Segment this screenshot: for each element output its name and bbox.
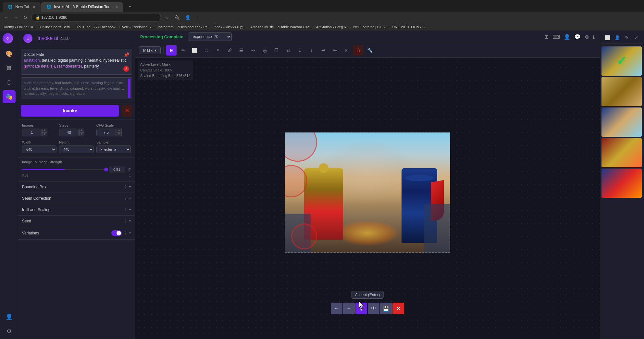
toolbar-btn-crosshair[interactable]: ⊹ [248, 45, 258, 56]
bookmark-star[interactable]: ☆ [164, 14, 170, 21]
strength-slider-track[interactable] [22, 169, 106, 170]
thumbnail-1[interactable]: ✓ [601, 46, 642, 76]
extensions-btn[interactable]: 🔌 [173, 14, 181, 21]
toolbar-btn-copy2[interactable]: ⧉ [283, 45, 293, 56]
bookmark-youtube[interactable]: YouTube [77, 25, 91, 29]
height-select[interactable]: 448512768 [59, 145, 93, 153]
toolbar-btn-list[interactable]: ☰ [236, 45, 247, 56]
tab-invokiai[interactable]: 🌐 InvokeAI - A Stable Diffusion Tor... ✕ [41, 2, 123, 12]
profile-btn[interactable]: 👤 [184, 14, 192, 21]
grid-icon[interactable]: ⊞ [544, 34, 549, 40]
infill-header[interactable]: Infill and Scaling ? ▾ [18, 204, 135, 215]
toolbar-btn-import[interactable]: ↧ [295, 45, 305, 56]
discord-icon[interactable]: 💬 [574, 34, 581, 40]
tab-new-tab[interactable]: + [124, 2, 136, 12]
cfg-down[interactable]: ▼ [117, 132, 122, 136]
pin-button[interactable]: 📌 [124, 52, 129, 58]
variations-help-icon[interactable]: ? [124, 231, 127, 235]
mask-dropdown-btn[interactable]: Mask ▾ [139, 46, 161, 54]
toolbar-btn-copy1[interactable]: ❐ [271, 45, 282, 56]
info-icon[interactable]: ℹ [593, 34, 595, 40]
steps-down[interactable]: ▼ [79, 132, 84, 136]
sampler-select[interactable]: k_euler_ak_eulerk_dpm_2k_lms [96, 145, 131, 153]
menu-btn[interactable]: ⋮ [194, 14, 202, 21]
negative-prompt-box[interactable]: nude bad anatomy, bad hands, text, error… [21, 77, 132, 99]
strength-input[interactable] [109, 167, 125, 172]
thumbnail-2[interactable] [601, 77, 642, 106]
sidebar-item-profiles[interactable]: 👤 [3, 310, 16, 323]
bookmark-sports[interactable]: Online Sports Betti... [40, 25, 73, 29]
seed-help-icon[interactable]: ? [124, 219, 127, 223]
toolbar-btn-close[interactable]: ✕ [213, 45, 223, 56]
seam-help-icon[interactable]: ? [124, 196, 127, 201]
bookmark-artstation[interactable]: ArtStation - Greg R... [316, 25, 350, 29]
bookmark-neil[interactable]: Neil Fontaine | CGS... [353, 25, 388, 29]
person-icon[interactable]: 👤 [564, 34, 570, 40]
seam-correction-header[interactable]: Seam Correction ? ▾ [18, 193, 135, 204]
toolbar-btn-pen[interactable]: 🖊 [225, 45, 235, 56]
seed-header[interactable]: Seed ? ▾ [18, 216, 135, 227]
accept-main-button[interactable]: ⊕ [355, 303, 367, 314]
forward-button[interactable]: → [12, 14, 19, 21]
next-button[interactable]: → [343, 303, 355, 314]
refresh-button[interactable]: ↻ [22, 14, 29, 21]
sidebar-item-nodes[interactable]: ⬡ [3, 76, 16, 89]
back-button[interactable]: ← [3, 14, 10, 21]
positive-prompt-box[interactable]: Doctor Fate artstation, detailed, digita… [21, 49, 132, 75]
steps-input[interactable] [59, 129, 79, 136]
variations-toggle[interactable] [111, 230, 122, 236]
cfg-input[interactable] [96, 129, 116, 136]
tab-close-active-icon[interactable]: ✕ [115, 5, 118, 9]
github-icon[interactable]: ⊛ [585, 34, 589, 40]
right-tool-users[interactable]: 👤 [613, 33, 622, 42]
clear-button[interactable]: ✕ [122, 105, 132, 117]
bookmark-wacom[interactable]: disable Wacom Circ... [278, 25, 312, 29]
close-action-button[interactable]: ✕ [392, 303, 404, 314]
infill-help-icon[interactable]: ? [124, 207, 127, 212]
right-tool-images[interactable]: ⬜ [603, 33, 612, 42]
bookmark-inbox[interactable]: Inbox - klk56831@... [214, 25, 246, 29]
bookmark-amazon[interactable]: Amazon Music [250, 25, 274, 29]
sidebar-item-canvas[interactable]: 🖼 [3, 62, 16, 75]
thumbnail-5[interactable] [601, 169, 642, 198]
invoke-button[interactable]: Invoke [21, 105, 119, 117]
sidebar-item-inpaint[interactable]: 🎭 [3, 90, 16, 103]
bookmark-instagram[interactable]: Instagram [158, 25, 174, 29]
eye-button[interactable]: 👁 [368, 303, 379, 314]
toolbar-btn-settings[interactable]: 🔧 [365, 45, 375, 56]
steps-up[interactable]: ▲ [79, 129, 84, 132]
bookmark-webtoon[interactable]: LINE WEBTOON - G... [392, 25, 428, 29]
images-up[interactable]: ▲ [42, 129, 47, 132]
toolbar-btn-redo[interactable]: ↪ [330, 45, 340, 56]
thumbnail-4[interactable] [601, 138, 642, 167]
thumbnail-3[interactable] [601, 107, 642, 137]
toolbar-btn-undo[interactable]: ↩ [318, 45, 328, 56]
toolbar-btn-mask[interactable]: ⬡ [201, 45, 212, 56]
bounding-box-header[interactable]: Bounding Box ? ▾ [18, 182, 135, 193]
reset-icon[interactable]: ↺ [128, 167, 131, 172]
bookmark-disciple[interactable]: disciplenei777 - Pr... [178, 25, 210, 29]
toolbar-btn-delete[interactable]: 🗑 [353, 45, 364, 56]
save-button[interactable]: 💾 [380, 303, 392, 314]
toolbar-btn-download[interactable]: ↓ [306, 45, 317, 56]
variations-header[interactable]: Variations ? ▾ [18, 227, 135, 239]
right-tool-edit[interactable]: ✎ [622, 33, 631, 42]
toolbar-btn-reset[interactable]: ⊡ [341, 45, 352, 56]
bookmark-facebook[interactable]: (7) Facebook [94, 25, 116, 29]
images-input[interactable] [22, 129, 42, 136]
keyboard-icon[interactable]: ⌨ [552, 34, 560, 40]
sidebar-item-settings[interactable]: ⚙ [3, 325, 16, 338]
prev-button[interactable]: ← [331, 303, 342, 314]
bookmark-fiverr[interactable]: Fiverr - Freelance S... [119, 25, 154, 29]
tab-close-icon[interactable]: ✕ [33, 5, 35, 9]
bookmark-udemy[interactable]: Udemy - Online Co... [3, 25, 36, 29]
sidebar-item-generate[interactable]: 🎨 [3, 47, 16, 60]
toolbar-btn-pencil[interactable]: ✏ [178, 45, 188, 56]
cfg-up[interactable]: ▲ [117, 129, 122, 132]
toolbar-btn-eraser[interactable]: ⬜ [190, 45, 200, 56]
bounding-box-help-icon[interactable]: ? [124, 185, 127, 189]
images-down[interactable]: ▼ [42, 132, 47, 136]
toolbar-btn-move[interactable]: ⊕ [166, 45, 177, 56]
url-bar[interactable]: 🔒 127.0.0.1:9090 [31, 14, 161, 21]
tab-new[interactable]: 🌐 New Tab ✕ [3, 2, 41, 12]
